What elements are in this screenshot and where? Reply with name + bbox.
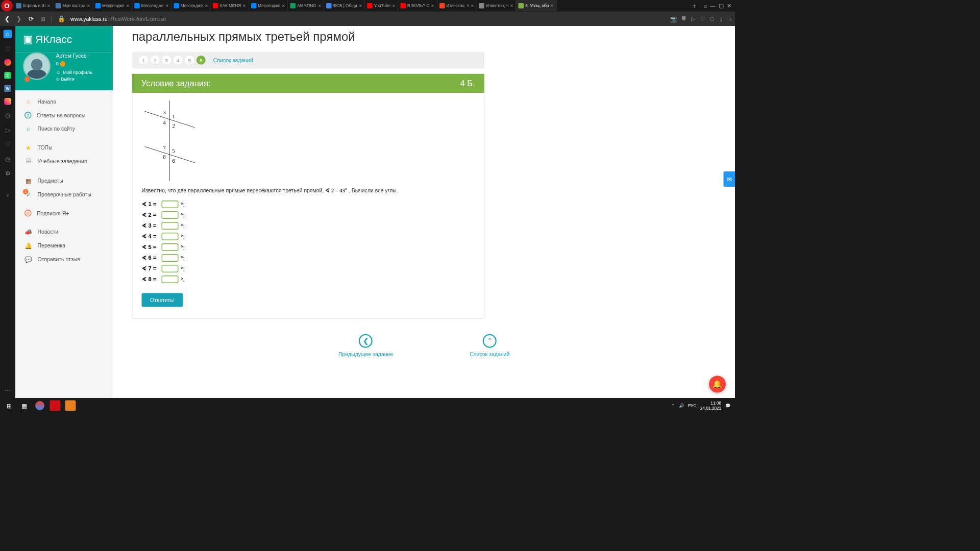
browser-tab[interactable]: Мессендже✕ [93,0,132,12]
browser-tab[interactable]: Мессендже✕ [132,0,172,12]
close-tab-icon[interactable]: ✕ [359,3,362,8]
whatsapp-icon[interactable]: ✆ [4,72,11,79]
prev-task-button[interactable]: ❮ Предыдущее задание [338,334,393,357]
download-icon[interactable]: ⭳ [719,16,724,22]
task-list-button[interactable]: ⌃ Список заданий [470,334,509,357]
close-tab-icon[interactable]: ✕ [318,3,322,8]
sidebar-item-feedback[interactable]: 💬Отправить отзыв [15,253,113,266]
notifications-icon[interactable]: 💬 [725,403,731,408]
sidebar-item-search[interactable]: ⌕Поиск по сайту [15,122,113,136]
speed-dial-icon[interactable]: ⌂ [4,30,12,39]
sidebar-item-subjects[interactable]: ▦Предметы [15,174,113,188]
browser-tab[interactable]: Мои настро✕ [53,0,93,12]
task-view-icon[interactable]: ▦ [17,398,32,413]
angle-8-input[interactable] [162,276,179,283]
yaklass-logo[interactable]: ▣ ЯКласс [23,33,105,46]
mail-tab-icon[interactable]: ✉ [724,171,736,187]
settings-icon[interactable]: ⚙ [4,169,12,178]
sidebar-item-schools[interactable]: 🏛Учебные заведения [15,155,113,168]
address-bar[interactable]: www.yaklass.ru/TestWorkRun/Exercise [70,16,667,22]
sidebar-item-break[interactable]: 🔔Переменка [15,239,113,253]
history-icon[interactable]: ◷ [4,155,12,163]
task-list-link[interactable]: Список заданий [213,57,253,63]
close-window-icon[interactable]: ✕ [727,3,731,9]
menu-icon[interactable]: ≡ [729,16,732,22]
browser-tab[interactable]: Известно, ч✕ [477,0,517,12]
tray-chevron-icon[interactable]: ⌃ [671,403,675,408]
search-icon[interactable]: ⌕ [704,3,707,9]
submit-button[interactable]: Ответить! [142,293,183,307]
sidebar-item-home[interactable]: ⌂Начало [15,95,113,109]
browser-tab[interactable]: КАК МЕНЯ✕ [211,0,249,12]
heart-icon[interactable]: ♡ [700,16,705,22]
messenger-icon[interactable] [4,59,11,66]
sidebar-item-faq[interactable]: ?Ответы на вопросы [15,109,113,122]
opera-taskbar-icon[interactable] [50,400,61,411]
sidebar-item-tests[interactable]: ✓2Проверочные работы [15,188,113,202]
task-nav-6[interactable]: 6 [197,56,206,65]
start-button[interactable]: ⊞ [2,398,17,413]
chrome-icon[interactable] [35,401,44,410]
instagram-icon[interactable] [4,98,11,105]
my-profile-link[interactable]: ☺Мой профиль [56,70,92,76]
shield-icon[interactable]: ⛊ [681,16,687,22]
browser-tab[interactable]: Мессендже✕ [172,0,211,12]
reload-button[interactable]: ⟳ [27,14,35,24]
browser-tab[interactable]: Мессендже✕ [249,0,288,12]
new-tab-button[interactable]: + [689,2,700,10]
task-nav-4[interactable]: 4 [174,56,183,65]
close-tab-icon[interactable]: ✕ [282,3,285,8]
close-tab-icon[interactable]: ✕ [242,3,246,8]
angle-3-input[interactable] [162,222,179,230]
close-tab-icon[interactable]: ✕ [126,3,130,8]
camera-icon[interactable]: 📷 [670,16,677,22]
vk-icon[interactable]: W [4,85,11,92]
notification-bell-icon[interactable]: 🔔 [709,376,726,393]
browser-tab[interactable]: 6. Углы, обр✕ [516,0,556,12]
cube-icon[interactable]: ⬡ [709,16,714,22]
logout-link[interactable]: ⎋Выйти [56,77,92,82]
sidebar-item-subscribe[interactable]: ЯПодписка Я+ [15,207,113,220]
angle-2-input[interactable] [162,211,179,219]
task-nav-2[interactable]: 2 [151,56,160,65]
more-icon[interactable]: ⋯ [4,386,12,394]
app-icon[interactable] [65,400,76,411]
browser-tab[interactable]: ФСБ | Общи✕ [324,0,365,12]
sidebar-item-tops[interactable]: ★ТОПы [15,141,113,155]
angle-1-input[interactable] [162,201,179,208]
close-tab-icon[interactable]: ✕ [205,3,208,8]
forward-button[interactable]: ❯ [15,14,23,24]
close-tab-icon[interactable]: ✕ [510,3,513,8]
browser-tab[interactable]: AMAZING✕ [288,0,324,12]
apps-icon[interactable]: ⊞ [39,14,47,24]
sidebar-item-news[interactable]: 📣Новости [15,225,113,239]
maximize-icon[interactable]: ▢ [719,3,724,9]
close-tab-icon[interactable]: ✕ [165,3,169,8]
close-tab-icon[interactable]: ✕ [47,3,51,8]
browser-tab[interactable]: Король и Ш✕ [14,0,53,12]
send-icon[interactable]: ▷ [691,16,695,22]
angle-5-input[interactable] [162,243,179,251]
close-tab-icon[interactable]: ✕ [550,3,554,8]
close-tab-icon[interactable]: ✕ [471,3,474,8]
volume-icon[interactable]: 🔊 [679,403,684,408]
browser-tab[interactable]: В БОЛЬ? С✕ [398,0,437,12]
close-tab-icon[interactable]: ✕ [392,3,396,8]
clock[interactable]: 11:08 24.01.2021 [700,400,721,411]
task-nav-5[interactable]: 5 [185,56,194,65]
close-tab-icon[interactable]: ✕ [431,3,434,8]
back-button[interactable]: ❮ [3,14,11,24]
play-icon[interactable]: ▷ [4,126,12,134]
bulb-icon[interactable]: ♀ [4,191,12,200]
task-nav-3[interactable]: 3 [162,56,171,65]
angle-4-input[interactable] [162,233,179,240]
browser-tab[interactable]: Известно, ч✕ [437,0,477,12]
angle-6-input[interactable] [162,254,179,262]
heart-sidebar-icon[interactable]: ♡ [4,140,12,149]
bookmarks-icon[interactable]: ♡ [4,44,12,53]
language-indicator[interactable]: РУС [688,404,697,408]
minimize-icon[interactable]: — [710,3,716,9]
close-tab-icon[interactable]: ✕ [87,3,90,8]
clock-icon[interactable]: ◷ [4,111,12,120]
browser-tab[interactable]: YouTube✕ [365,0,398,12]
